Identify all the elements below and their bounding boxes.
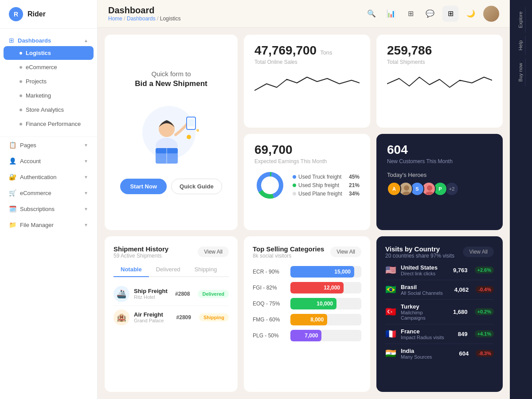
form-illustration xyxy=(131,97,211,168)
country-item-br: 🇧🇷 Brasil All Social Channels 4,062 -0.4… xyxy=(385,280,494,300)
bar-label-fmg: FMG - 60% xyxy=(253,317,286,323)
svg-point-2 xyxy=(159,121,175,137)
customers-label: New Customers This Month xyxy=(387,158,492,164)
sidebar-item-ecommerce-section[interactable]: 🛒 eCommerce ▼ xyxy=(0,185,97,201)
ship-icon-2: 🏨 xyxy=(113,309,129,325)
theme-icon[interactable]: 🌙 xyxy=(464,7,478,21)
sidebar-item-authentication[interactable]: 🔐 Authentication ▼ xyxy=(0,169,97,185)
shipments-label: Total Shipments xyxy=(387,59,492,65)
ship-id-2: #2809 xyxy=(176,314,191,321)
total-online-unit: Tons xyxy=(320,49,332,56)
sidebar-item-label: Projects xyxy=(26,78,47,85)
country-change-us: +2.6% xyxy=(475,266,494,274)
ecommerce-nav-label: eCommerce xyxy=(20,190,51,196)
earnings-number: 69,700 xyxy=(254,143,360,157)
bar-label-fgi: FGI - 82% xyxy=(253,285,286,291)
search-icon[interactable]: 🔍 xyxy=(364,7,379,21)
shipment-tabs: Notable Delivered Shipping xyxy=(113,262,229,277)
country-source-br: All Social Channels xyxy=(401,290,450,296)
breadcrumb-home[interactable]: Home xyxy=(108,16,122,22)
chevron-down-icon: ▼ xyxy=(84,159,88,164)
sidebar-item-label: eCommerce xyxy=(26,64,57,70)
message-icon[interactable]: 💬 xyxy=(423,7,437,21)
right-panel-help[interactable]: Help xyxy=(516,36,526,55)
account-icon: 👤 xyxy=(9,157,16,164)
quick-form-card: Quick form to Bid a New Shipment xyxy=(105,35,238,230)
country-visits-br: 4,062 xyxy=(454,286,469,293)
apps-icon[interactable]: ⊞ xyxy=(442,6,458,22)
flag-br: 🇧🇷 xyxy=(385,284,396,295)
heroes-label: Today's Heroes xyxy=(387,172,492,178)
bar-item-ecr: ECR - 90% 15,000 xyxy=(253,266,361,278)
legend-ship: Used Ship freight 21% xyxy=(293,182,360,188)
dot-store xyxy=(20,109,22,111)
tab-shipping[interactable]: Shipping xyxy=(188,262,224,276)
hero-avatar-a: A xyxy=(387,182,401,196)
ecommerce-icon: 🛒 xyxy=(9,189,16,196)
subscriptions-icon: 🗓️ xyxy=(9,205,16,212)
sidebar-item-logistics[interactable]: Logistics xyxy=(4,46,94,60)
svg-point-14 xyxy=(404,185,409,191)
bar-value-plg: 7,000 xyxy=(305,332,318,339)
country-item-us: 🇺🇸 United States Direct link clicks 9,76… xyxy=(385,261,494,280)
visits-title: Visits by Country xyxy=(385,245,454,253)
bar-item-eoq: EOQ - 75% 10,000 xyxy=(253,298,361,309)
country-source-us: Direct link clicks xyxy=(401,271,449,276)
bar-item-fgi: FGI - 82% 12,000 xyxy=(253,282,361,293)
top-selling-card: Top Selling Categories 8k social visitor… xyxy=(244,236,370,392)
bar-item-fmg: FMG - 60% 8,000 xyxy=(253,314,361,325)
sidebar-item-ecommerce[interactable]: eCommerce xyxy=(4,60,94,74)
country-item-tr: 🇹🇷 Turkey Mailchimp Campaigns 1,680 +0.2… xyxy=(385,300,494,325)
sidebar-item-label: Store Analytics xyxy=(26,106,64,113)
sidebar-item-projects[interactable]: Projects xyxy=(4,74,94,88)
country-name-br: Brasil xyxy=(401,284,450,290)
sidebar-item-subscriptions[interactable]: 🗓️ Subscriptions ▼ xyxy=(0,201,97,217)
bar-value-eoq: 10,000 xyxy=(317,301,333,307)
sidebar-item-marketing[interactable]: Marketing xyxy=(4,89,94,102)
country-change-tr: +0.2% xyxy=(475,308,494,315)
visits-by-country-card: Visits by Country 20 countries share 97%… xyxy=(376,236,503,392)
country-item-in: 🇮🇳 India Many Sources 604 -8.3% xyxy=(385,344,494,363)
pages-icon: 📋 xyxy=(9,141,16,149)
quick-guide-button[interactable]: Quick Guide xyxy=(171,179,222,194)
shipments-chart xyxy=(387,70,492,99)
right-panel-explore[interactable]: Explore xyxy=(516,7,526,32)
flag-tr: 🇹🇷 xyxy=(385,306,396,317)
breadcrumb: Home / Dashboards / Logistics xyxy=(108,16,180,22)
chart-icon[interactable]: 📊 xyxy=(384,7,398,21)
top-selling-view-all-button[interactable]: View All xyxy=(330,246,361,257)
total-shipments-card: 259,786 Total Shipments xyxy=(376,35,503,128)
svg-point-17 xyxy=(427,185,432,191)
pages-label: Pages xyxy=(20,142,36,149)
breadcrumb-dashboards[interactable]: Dashboards xyxy=(127,16,156,22)
country-item-fr: 🇫🇷 France Impact Radius visits 849 +4.1% xyxy=(385,325,494,344)
country-visits-tr: 1,680 xyxy=(453,309,468,315)
logo-name: Rider xyxy=(27,10,46,18)
country-name-us: United States xyxy=(401,264,449,271)
sidebar-item-finance[interactable]: Finance Performance xyxy=(4,117,94,131)
shipment-view-all-button[interactable]: View All xyxy=(198,246,229,257)
chevron-down-icon: ▼ xyxy=(84,223,88,227)
grid-icon[interactable]: ⊞ xyxy=(403,7,418,21)
right-panel: Explore Help Buy now xyxy=(510,0,532,399)
sidebar-section-dashboards[interactable]: ⊞ Dashboards ▲ xyxy=(0,32,97,46)
sidebar-item-store-analytics[interactable]: Store Analytics xyxy=(4,103,94,117)
tab-notable[interactable]: Notable xyxy=(113,262,149,277)
sidebar-item-pages[interactable]: 📋 Pages ▼ xyxy=(0,137,97,153)
bar-label-eoq: EOQ - 75% xyxy=(253,301,286,307)
chevron-down-icon: ▼ xyxy=(84,191,88,196)
ship-name: Ship Freight xyxy=(134,288,171,294)
total-online-label: Total Online Sales xyxy=(254,59,360,65)
visits-view-all-button[interactable]: View All xyxy=(463,246,494,257)
sidebar-item-file-manager[interactable]: 📁 File Manager ▼ xyxy=(0,217,97,233)
logo-circle: R xyxy=(9,7,23,21)
avatar[interactable] xyxy=(483,6,499,22)
quick-form-subtitle-large: Bid a New Shipment xyxy=(135,79,207,88)
quick-form-subtitle-small: Quick form to xyxy=(151,70,191,78)
right-panel-buy-now[interactable]: Buy now xyxy=(516,59,526,86)
tab-delivered[interactable]: Delivered xyxy=(149,262,188,276)
dot-logistics xyxy=(20,52,22,55)
sidebar-item-account[interactable]: 👤 Account ▼ xyxy=(0,153,97,169)
start-now-button[interactable]: Start Now xyxy=(120,179,167,194)
dot-marketing xyxy=(20,94,22,97)
